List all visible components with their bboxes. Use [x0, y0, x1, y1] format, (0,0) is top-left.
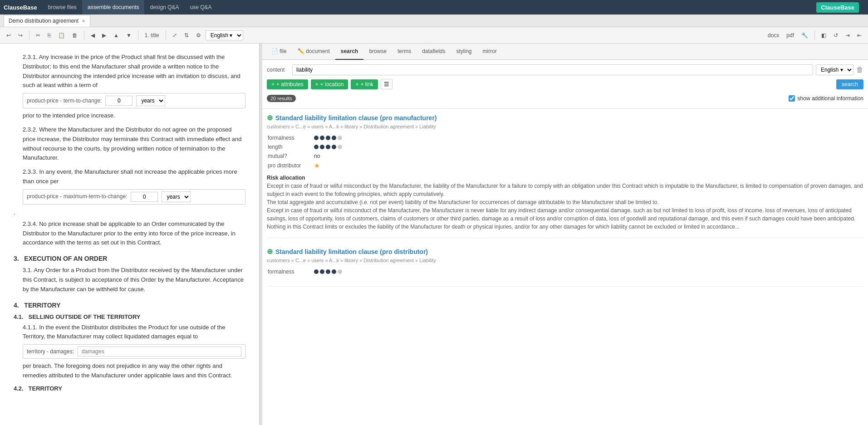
toolbar-btn-wrench[interactable]: 🔧 — [799, 31, 811, 40]
toolbar-btn-view3[interactable]: ⇤ — [854, 31, 864, 40]
toolbar-btn-docx[interactable]: docx — [765, 31, 782, 40]
section-3-header: 3. EXECUTION OF AN ORDER — [14, 255, 245, 262]
meta-val-formalness-2 — [314, 268, 863, 276]
nav-tab-use-qa[interactable]: use Q&A — [185, 0, 217, 15]
doc-tab-close[interactable]: × — [82, 18, 85, 24]
dot-r2-5 — [338, 269, 342, 274]
toolbar-btn-pdf[interactable]: pdf — [784, 31, 797, 40]
dot-1 — [314, 136, 319, 140]
meta-row-pro-dist-1: pro distributor ★ — [268, 161, 863, 170]
toolbar-btn-settings[interactable]: ⚙ — [193, 31, 204, 40]
tab-search[interactable]: search — [335, 44, 364, 60]
toolbar-btn-copy[interactable]: ⎘ — [45, 31, 54, 40]
tab-terms[interactable]: terms — [392, 44, 417, 60]
clause-text-3-1: Any Order for a Product from the Distrib… — [23, 267, 244, 293]
results-info-row: 20 results show additional information — [267, 93, 863, 104]
toolbar-btn-next[interactable]: ▶ — [99, 31, 109, 40]
toolbar-btn-delete[interactable]: 🗑 — [69, 31, 80, 40]
clause-2-3-4: 2.3.4. No price increase shall be applic… — [23, 220, 245, 248]
main-layout: 2.3.1. Any increase in the price of the … — [0, 44, 868, 425]
clause-continuation-4-1-1: per breach. The foregoing does not preju… — [23, 362, 232, 379]
search-language-select[interactable]: English ▾ — [816, 64, 853, 75]
section-4-1-title: SELLING OUTSIDE OF THE TERRITORY — [29, 313, 141, 320]
toolbar-btn-view1[interactable]: ◧ — [819, 31, 829, 40]
dot-l2 — [320, 145, 324, 149]
toolbar-btn-paste[interactable]: 📋 — [55, 31, 68, 40]
clause-3-1: 3.1. Any Order for a Product from the Di… — [23, 266, 245, 294]
toolbar-btn-sort[interactable]: ⇅ — [181, 31, 191, 40]
result-item-1: ⊕ Standard liability limitation clause (… — [267, 113, 863, 238]
filter-link-button[interactable]: + + link — [351, 79, 378, 89]
field-product-price-term-to-change: product-price - term-to-change: years — [23, 93, 245, 108]
clause-num-2-3-4: 2.3.4. — [23, 220, 38, 227]
dot-4 — [332, 136, 336, 140]
toolbar-btn-undo[interactable]: ↩ — [4, 31, 14, 40]
filter-attributes-button[interactable]: + + attributes — [267, 79, 308, 89]
section-4-2-num: 4.2. — [14, 385, 24, 392]
top-navigation: ClauseBase browse files assemble documen… — [0, 0, 868, 15]
section-4-num: 4. — [14, 302, 19, 309]
toolbar-btn-expand[interactable]: ⤢ — [170, 31, 180, 40]
toolbar-btn-redo[interactable]: ↪ — [15, 31, 25, 40]
meta-val-formalness-1 — [314, 134, 863, 142]
tab-datafields[interactable]: datafields — [417, 44, 451, 60]
tab-document[interactable]: ✏️ document — [292, 44, 335, 60]
field-select-max-term-unit[interactable]: years — [162, 191, 191, 202]
field-input-term-to-change[interactable] — [105, 96, 132, 106]
tab-styling[interactable]: styling — [451, 44, 477, 60]
result-1-add-icon[interactable]: ⊕ — [267, 113, 273, 122]
result-1-breadcrumb: customers » C...e » users » A...k » libr… — [267, 124, 863, 129]
list-view-button[interactable]: ☰ — [381, 79, 392, 89]
search-delete-button[interactable]: 🗑 — [856, 66, 863, 74]
field-input-max-term[interactable] — [131, 192, 158, 202]
search-input[interactable] — [292, 64, 813, 75]
field-product-price-max-term: product-price - maximum-term-to-change: … — [23, 189, 245, 205]
clause-2-3-2: 2.3.2. Where the Manufacturer and the Di… — [23, 125, 245, 163]
filter-location-button[interactable]: + + location — [311, 79, 348, 89]
doc-tab-demo[interactable]: Demo distribution agreement × — [4, 15, 90, 27]
clause-4-1-1: 4.1.1. In the event the Distributor dist… — [23, 323, 245, 381]
dot-l4 — [332, 145, 336, 149]
dots-formalness-1 — [314, 136, 859, 140]
meta-row-formalness-1: formalness — [268, 134, 863, 142]
result-2-add-icon[interactable]: ⊕ — [267, 247, 273, 256]
toolbar-btn-view2[interactable]: ⇥ — [843, 31, 853, 40]
nav-tab-assemble-documents[interactable]: assemble documents — [82, 0, 144, 15]
meta-key-pro-dist-1: pro distributor — [268, 161, 313, 170]
result-2-title[interactable]: ⊕ Standard liability limitation clause (… — [267, 247, 863, 256]
right-panel: 📄 file ✏️ document search browse terms d… — [262, 44, 868, 425]
field-input-territory-damages[interactable] — [78, 347, 241, 357]
result-1-title[interactable]: ⊕ Standard liability limitation clause (… — [267, 113, 863, 122]
toolbar-btn-numbering[interactable]: 1. title — [142, 31, 162, 40]
nav-tab-design-qa[interactable]: design Q&A — [144, 0, 184, 15]
toolbar-btn-up[interactable]: ▲ — [111, 31, 122, 40]
toolbar-btn-prev[interactable]: ◀ — [88, 31, 98, 40]
toolbar-separator-4 — [166, 31, 166, 40]
toolbar-separator-5 — [814, 31, 815, 40]
toolbar-btn-down[interactable]: ▼ — [123, 31, 134, 40]
result-item-2: ⊕ Standard liability limitation clause (… — [267, 247, 863, 287]
show-additional-info: show additional information — [789, 95, 863, 102]
dot-r2-3 — [326, 269, 330, 274]
tab-browse[interactable]: browse — [363, 44, 392, 60]
field-select-term-to-change-unit[interactable]: years — [136, 95, 165, 106]
search-controls: content English ▾ 🗑 + + attributes + + l… — [262, 60, 868, 109]
tab-mirror[interactable]: mirror — [477, 44, 502, 60]
nav-tab-browse-files[interactable]: browse files — [43, 0, 82, 15]
section-4-2-header: 4.2. TERRITORY — [14, 385, 245, 392]
results-count-badge: 20 results — [267, 95, 296, 102]
toolbar-btn-refresh[interactable]: ↺ — [831, 31, 841, 40]
document-panel: 2.3.1. Any increase in the price of the … — [0, 44, 260, 425]
clause-text-2-3-4: No price increase shall be applicable to… — [23, 220, 235, 246]
show-additional-checkbox[interactable] — [789, 95, 795, 102]
tab-file[interactable]: 📄 file — [266, 44, 292, 60]
clause-text-4-1-1: In the event the Distributor distributes… — [23, 324, 226, 340]
search-action-button[interactable]: search — [836, 79, 863, 89]
search-content-label: content — [267, 67, 289, 73]
toolbar-language-select[interactable]: English ▾ — [206, 30, 243, 40]
dot-2 — [320, 136, 324, 140]
document-tab-bar: Demo distribution agreement × — [0, 15, 868, 27]
section-4-1-header: 4.1. SELLING OUTSIDE OF THE TERRITORY — [14, 313, 245, 320]
result-2-title-text: Standard liability limitation clause (pr… — [275, 248, 428, 255]
toolbar-btn-cut[interactable]: ✂ — [33, 31, 43, 40]
